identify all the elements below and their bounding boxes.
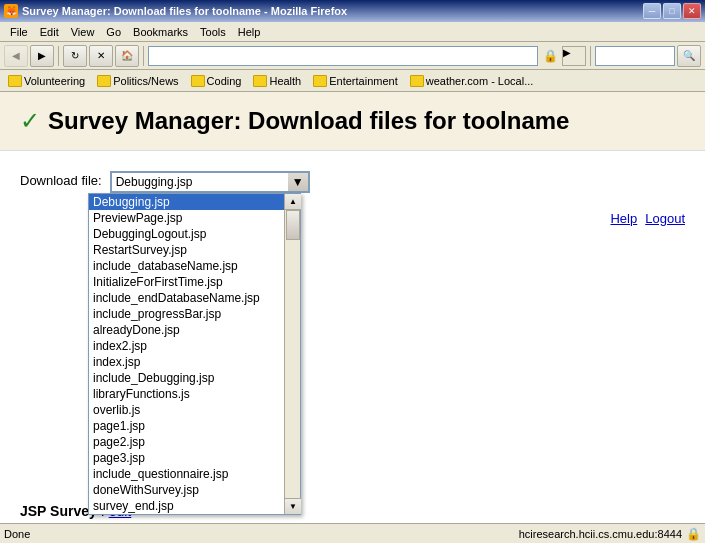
dropdown-item-15[interactable]: page2.jsp <box>89 434 284 450</box>
dropdown-item-12[interactable]: libraryFunctions.js <box>89 386 284 402</box>
menu-bar: File Edit View Go Bookmarks Tools Help <box>0 22 705 42</box>
go-button[interactable]: ▶ <box>562 46 586 66</box>
window-controls: ─ □ ✕ <box>643 3 701 19</box>
toolbar-separator-2 <box>143 46 144 66</box>
toolbar-separator-1 <box>58 46 59 66</box>
dropdown-item-16[interactable]: page3.jsp <box>89 450 284 466</box>
page-title: Survey Manager: Download files for tooln… <box>48 107 569 135</box>
menu-bookmarks[interactable]: Bookmarks <box>127 24 194 40</box>
dropdown-item-3[interactable]: RestartSurvey.jsp <box>89 242 284 258</box>
select-wrapper: ▼ <box>110 171 310 193</box>
bookmarks-bar: Volunteering Politics/News Coding Health… <box>0 70 705 92</box>
minimize-button[interactable]: ─ <box>643 3 661 19</box>
toolbar-separator-3 <box>590 46 591 66</box>
window-title: Survey Manager: Download files for tooln… <box>22 5 347 17</box>
dropdown-item-4[interactable]: include_databaseName.jsp <box>89 258 284 274</box>
scroll-thumb[interactable] <box>286 210 300 240</box>
menu-go[interactable]: Go <box>100 24 127 40</box>
folder-icon <box>97 75 111 87</box>
status-text: Done <box>4 528 30 540</box>
refresh-button[interactable]: ↻ <box>63 45 87 67</box>
dropdown-arrow[interactable]: ▼ <box>288 171 310 193</box>
dropdown-item-14[interactable]: page1.jsp <box>89 418 284 434</box>
title-bar: 🦊 Survey Manager: Download files for too… <box>0 0 705 22</box>
dropdown-item-1[interactable]: PreviewPage.jsp <box>89 210 284 226</box>
dropdown-item-2[interactable]: DebuggingLogout.jsp <box>89 226 284 242</box>
status-url: hciresearch.hcii.cs.cmu.edu:8444 <box>519 528 682 540</box>
bookmark-politics[interactable]: Politics/News <box>93 74 182 88</box>
maximize-button[interactable]: □ <box>663 3 681 19</box>
lock-icon: 🔒 <box>540 46 560 66</box>
browser-icon: 🦊 <box>4 4 18 18</box>
menu-edit[interactable]: Edit <box>34 24 65 40</box>
dropdown-scrollbar: ▲ ▼ <box>284 194 300 514</box>
dropdown-item-17[interactable]: include_questionnaire.jsp <box>89 466 284 482</box>
scroll-track <box>285 210 300 498</box>
form-area: Help Logout Download file: ▼ Debugging.j… <box>0 151 705 523</box>
dropdown-overlay: Debugging.jsp PreviewPage.jsp DebuggingL… <box>88 193 301 515</box>
jsp-survey-label: JSP Survey <box>20 503 97 519</box>
dropdown-item-6[interactable]: include_endDatabaseName.jsp <box>89 290 284 306</box>
dropdown-item-18[interactable]: doneWithSurvey.jsp <box>89 482 284 498</box>
download-file-input[interactable] <box>110 171 310 193</box>
dropdown-item-11[interactable]: include_Debugging.jsp <box>89 370 284 386</box>
dropdown-item-9[interactable]: index2.jsp <box>89 338 284 354</box>
menu-tools[interactable]: Tools <box>194 24 232 40</box>
menu-view[interactable]: View <box>65 24 101 40</box>
menu-file[interactable]: File <box>4 24 34 40</box>
bookmark-label: Politics/News <box>113 75 178 87</box>
bookmark-label: Health <box>269 75 301 87</box>
scroll-down-button[interactable]: ▼ <box>285 498 301 514</box>
dropdown-item-13[interactable]: overlib.js <box>89 402 284 418</box>
url-bar[interactable] <box>148 46 538 66</box>
help-logout-area: Help Logout <box>610 211 685 226</box>
status-lock-icon: 🔒 <box>686 527 701 541</box>
help-link[interactable]: Help <box>610 211 637 226</box>
bookmark-label: weather.com - Local... <box>426 75 534 87</box>
download-label: Download file: <box>20 171 102 188</box>
bookmark-volunteering[interactable]: Volunteering <box>4 74 89 88</box>
close-button[interactable]: ✕ <box>683 3 701 19</box>
stop-button[interactable]: ✕ <box>89 45 113 67</box>
bookmark-health[interactable]: Health <box>249 74 305 88</box>
folder-icon <box>8 75 22 87</box>
dropdown-item-10[interactable]: index.jsp <box>89 354 284 370</box>
bookmark-label: Entertainment <box>329 75 397 87</box>
logout-link[interactable]: Logout <box>645 211 685 226</box>
menu-help[interactable]: Help <box>232 24 267 40</box>
download-form-row: Download file: ▼ <box>20 171 685 193</box>
bookmark-label: Coding <box>207 75 242 87</box>
dropdown-item-5[interactable]: InitializeForFirstTime.jsp <box>89 274 284 290</box>
bookmark-coding[interactable]: Coding <box>187 74 246 88</box>
folder-icon <box>313 75 327 87</box>
page-content: ✓ Survey Manager: Download files for too… <box>0 92 705 523</box>
scroll-up-button[interactable]: ▲ <box>285 194 301 210</box>
status-right: hciresearch.hcii.cs.cmu.edu:8444 🔒 <box>519 527 701 541</box>
search-input[interactable] <box>595 46 675 66</box>
status-bar: Done hciresearch.hcii.cs.cmu.edu:8444 🔒 <box>0 523 705 543</box>
folder-icon <box>410 75 424 87</box>
home-button[interactable]: 🏠 <box>115 45 139 67</box>
bookmark-label: Volunteering <box>24 75 85 87</box>
dropdown-items-list: Debugging.jsp PreviewPage.jsp DebuggingL… <box>89 194 284 514</box>
forward-button[interactable]: ▶ <box>30 45 54 67</box>
bookmark-entertainment[interactable]: Entertainment <box>309 74 401 88</box>
page-header: ✓ Survey Manager: Download files for too… <box>0 92 705 151</box>
search-go-button[interactable]: 🔍 <box>677 45 701 67</box>
bookmark-weather[interactable]: weather.com - Local... <box>406 74 538 88</box>
dropdown-item-7[interactable]: include_progressBar.jsp <box>89 306 284 322</box>
dropdown-item-19[interactable]: survey_end.jsp <box>89 498 284 514</box>
back-button[interactable]: ◀ <box>4 45 28 67</box>
dropdown-item-0[interactable]: Debugging.jsp <box>89 194 284 210</box>
folder-icon <box>253 75 267 87</box>
folder-icon <box>191 75 205 87</box>
toolbar: ◀ ▶ ↻ ✕ 🏠 🔒 ▶ 🔍 <box>0 42 705 70</box>
checkmark-icon: ✓ <box>20 107 40 135</box>
dropdown-item-8[interactable]: alreadyDone.jsp <box>89 322 284 338</box>
